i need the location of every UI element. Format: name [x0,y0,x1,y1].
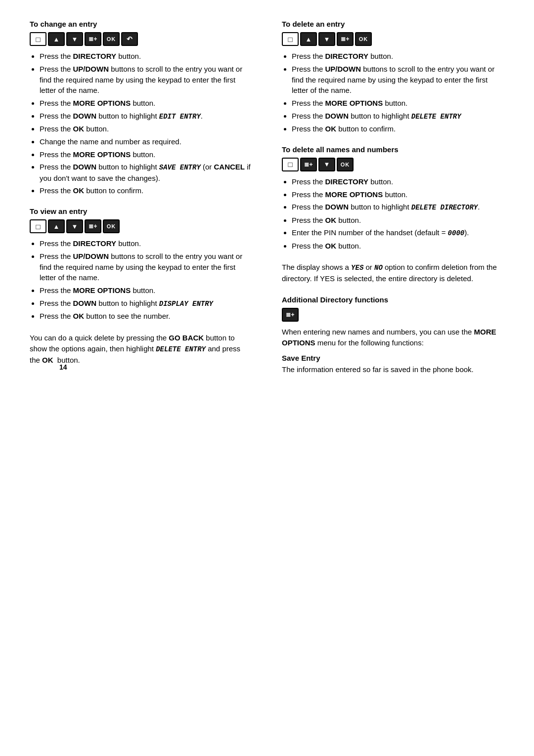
list-item: Press the DOWN button to highlight DELET… [292,202,504,212]
bold-word: DIRECTORY [325,52,369,60]
bold-word: CANCEL [214,163,245,171]
list-item: Press the OK button. [40,124,252,134]
list-item: Press the MORE OPTIONS button. [292,98,504,109]
list-item: Press the MORE OPTIONS button. [292,189,504,200]
bold-word: DIRECTORY [325,177,369,186]
list-item: Press the MORE OPTIONS button. [40,149,252,160]
save-entry-subtitle: Save Entry [282,354,504,362]
quick-delete-para: You can do a quick delete by pressing th… [30,333,252,366]
bold-word: OK [73,125,85,133]
bold-word: OK [325,216,337,224]
delete-all-section: To delete all names and numbers □ ≣+ ▼ O… [282,145,504,252]
save-entry-text: The information entered so far is saved … [282,364,504,376]
view-entry-button-row: □ ▲ ▼ ≣+ OK [30,219,252,233]
bold-word: DIRECTORY [73,52,117,60]
bold-word: MORE OPTIONS [325,99,383,107]
change-entry-title: To change an entry [30,20,252,28]
list-item: Press the OK button to see the number. [40,311,252,322]
up-arrow-icon: ▲ [48,32,65,46]
bold-word: MORE OPTIONS [325,190,383,199]
save-entry-subsection: Save Entry The information entered so fa… [282,354,504,376]
more-options-icon: ≣+ [85,32,101,46]
delete-entry-title: To delete an entry [282,20,504,28]
ok-button-icon: OK [103,219,120,233]
bold-word: UP/DOWN [325,65,361,73]
delete-entry-list: Press the DIRECTORY button. Press the UP… [292,51,504,134]
menu-label: DELETE ENTRY [411,113,461,121]
dir-icon: □ [282,32,299,46]
down-arrow-icon: ▼ [318,158,335,171]
bold-word: OK [73,186,85,195]
more-options-icon-additional: ≣+ [282,308,299,322]
more-options-icon: ≣+ [85,219,101,233]
dir-icon: □ [30,219,46,233]
down-arrow-icon: ▼ [66,32,83,46]
bold-word: MORE OPTIONS [73,99,131,107]
bold-word: UP/DOWN [73,252,109,260]
bold-word: DOWN [325,203,349,211]
list-item: Press the UP/DOWN buttons to scroll to t… [40,251,252,283]
bold-word: DOWN [73,163,97,171]
list-item: Press the UP/DOWN buttons to scroll to t… [40,64,252,96]
bold-word: UP/DOWN [73,65,109,73]
list-item: Press the UP/DOWN buttons to scroll to t… [292,64,504,96]
up-arrow-icon: ▲ [300,32,317,46]
default-pin: 0000 [448,229,465,237]
menu-label: DELETE ENTRY [156,345,206,353]
bold-word: OK [325,125,337,133]
delete-entry-section: To delete an entry □ ▲ ▼ ≣+ OK Press the… [282,20,504,134]
list-item: Press the MORE OPTIONS button. [40,98,252,109]
bold-word: MORE OPTIONS [73,286,131,294]
ok-button-icon: OK [355,32,372,46]
more-options-icon: ≣+ [337,32,354,46]
list-item: Press the OK button to confirm. [292,124,504,134]
bold-word: DIRECTORY [73,239,117,248]
additional-intro: When entering new names and numbers, you… [282,327,504,349]
down-arrow-icon: ▼ [66,219,83,233]
list-item: Press the OK button to confirm. [40,185,252,196]
list-item: Press the OK button. [292,215,504,226]
down-arrow-icon: ▼ [318,32,335,46]
additional-functions-title: Additional Directory functions [282,295,504,304]
view-entry-section: To view an entry □ ▲ ▼ ≣+ OK Press the D… [30,207,252,322]
bold-word: MORE OPTIONS [282,328,496,347]
change-entry-button-row: □ ▲ ▼ ≣+ OK ↶ [30,32,252,46]
page-number: 14 [59,363,67,371]
delete-entry-button-row: □ ▲ ▼ ≣+ OK [282,32,504,46]
back-icon: ↶ [121,32,138,46]
confirm-deletion-section: The display shows a YES or NO option to … [282,262,504,285]
view-entry-list: Press the DIRECTORY button. Press the UP… [40,238,252,322]
list-item: Press the DOWN button to highlight SAVE … [40,162,252,183]
bold-word: OK [42,356,53,364]
menu-label: SAVE ENTRY [159,164,201,171]
additional-button-row: ≣+ [282,308,504,322]
list-item: Change the name and number as required. [40,136,252,147]
more-options-icon2: ≣+ [300,158,317,171]
bold-word: DOWN [73,112,97,120]
menu-label: EDIT ENTRY [159,113,201,121]
bold-word: GO BACK [169,334,204,342]
delete-all-title: To delete all names and numbers [282,145,504,154]
dir-icon: □ [282,158,299,171]
confirm-deletion-para: The display shows a YES or NO option to … [282,262,504,285]
menu-label: DISPLAY ENTRY [159,300,213,308]
bold-word: DOWN [325,112,349,120]
change-entry-section: To change an entry □ ▲ ▼ ≣+ OK ↶ Press t… [30,20,252,196]
ok-button-icon: OK [337,158,354,171]
bold-word: DOWN [73,299,97,307]
list-item: Press the MORE OPTIONS button. [40,285,252,296]
list-item: Press the DOWN button to highlight DELET… [292,111,504,122]
bold-word: OK [73,312,85,320]
menu-label: DELETE DIRECTORY [411,204,478,211]
ok-button-icon: OK [103,32,120,46]
list-item: Press the DIRECTORY button. [292,51,504,62]
list-item: Press the OK button. [292,241,504,252]
delete-all-list: Press the DIRECTORY button. Press the MO… [292,176,504,252]
bold-word: MORE OPTIONS [73,150,131,159]
list-item: Press the DIRECTORY button. [292,176,504,187]
dir-icon: □ [30,32,46,46]
list-item: Press the DIRECTORY button. [40,238,252,249]
additional-functions-section: Additional Directory functions ≣+ When e… [282,295,504,376]
view-entry-title: To view an entry [30,207,252,215]
bold-word: OK [325,242,337,250]
